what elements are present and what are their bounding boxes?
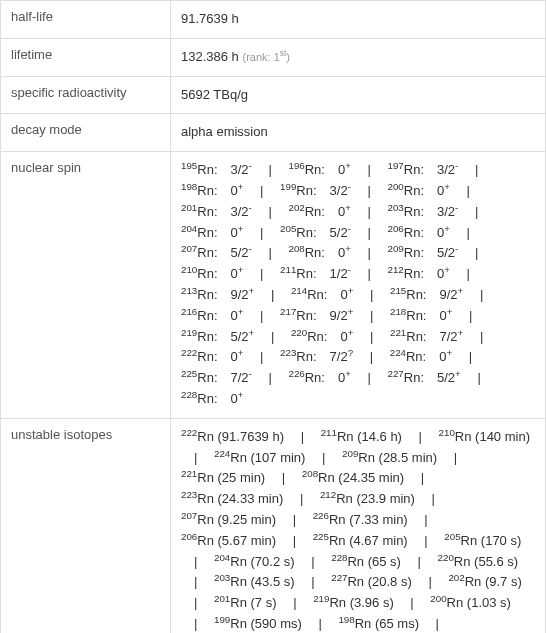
row-specific-radioactivity: specific radioactivity 5692 TBq/g [1,76,546,114]
row-half-life: half-life 91.7639 h [1,1,546,39]
unstable-isotope-entry: 205Rn (170 s) [444,533,521,548]
unstable-isotope-entry: 204Rn (70.2 s) [214,554,295,569]
unstable-isotope-entry: 207Rn (9.25 min) [181,512,276,527]
unstable-isotope-entry: 202Rn (9.7 s) [448,574,521,589]
value-unstable-isotopes: 222Rn (91.7639 h) | 211Rn (14.6 h) | 210… [171,418,546,633]
unstable-isotope-entry: 199Rn (590 ms) [214,616,302,631]
nuclear-spin-entry: 222Rn: 0+ [181,349,243,364]
unstable-isotope-entry: 219Rn (3.96 s) [313,595,394,610]
nuclear-spin-entry: 199Rn: 3/2- [280,183,351,198]
nuclear-spin-entry: 216Rn: 0+ [181,308,243,323]
nuclear-spin-entry: 206Rn: 0+ [388,225,450,240]
nuclear-spin-entry: 223Rn: 7/2? [280,349,353,364]
nuclear-spin-entry: 211Rn: 1/2- [280,266,351,281]
nuclear-spin-entry: 219Rn: 5/2+ [181,329,254,344]
nuclear-spin-entry: 218Rn: 0+ [390,308,452,323]
nuclear-spin-entry: 201Rn: 3/2- [181,204,252,219]
nuclear-spin-entry: 215Rn: 9/2+ [390,287,463,302]
properties-table: half-life 91.7639 h lifetime 132.386 h (… [0,0,546,633]
nuclear-spin-entry: 213Rn: 9/2+ [181,287,254,302]
label-half-life: half-life [1,1,171,39]
nuclear-spin-entry: 217Rn: 9/2+ [280,308,353,323]
nuclear-spin-entry: 196Rn: 0+ [288,162,350,177]
unstable-isotope-entry: 222Rn (91.7639 h) [181,429,284,444]
nuclear-spin-entry: 207Rn: 5/2- [181,245,252,260]
nuclear-spin-entry: 209Rn: 5/2- [388,245,459,260]
unstable-isotope-entry: 198Rn (65 ms) [338,616,419,631]
nuclear-spin-entry: 208Rn: 0+ [288,245,350,260]
unstable-isotope-entry: 227Rn (20.8 s) [331,574,412,589]
label-nuclear-spin: nuclear spin [1,152,171,419]
nuclear-spin-entry: 224Rn: 0+ [390,349,452,364]
unstable-isotope-entry: 209Rn (28.5 min) [342,450,437,465]
label-specific-radioactivity: specific radioactivity [1,76,171,114]
nuclear-spin-entry: 227Rn: 5/2+ [388,370,461,385]
label-lifetime: lifetime [1,38,171,76]
row-unstable-isotopes: unstable isotopes 222Rn (91.7639 h) | 21… [1,418,546,633]
nuclear-spin-entry: 198Rn: 0+ [181,183,243,198]
nuclear-spin-entry: 204Rn: 0+ [181,225,243,240]
row-decay-mode: decay mode alpha emission [1,114,546,152]
unstable-isotope-entry: 220Rn (55.6 s) [438,554,519,569]
nuclear-spin-entry: 228Rn: 0+ [181,391,243,406]
unstable-isotope-entry: 225Rn (4.67 min) [313,533,408,548]
nuclear-spin-entry: 225Rn: 7/2- [181,370,252,385]
unstable-isotope-entry: 200Rn (1.03 s) [430,595,511,610]
unstable-isotope-entry: 212Rn (23.9 min) [320,491,415,506]
unstable-isotope-entry: 210Rn (140 min) [439,429,530,444]
unstable-isotope-entry: 208Rn (24.35 min) [302,470,404,485]
nuclear-spin-entry: 200Rn: 0+ [388,183,450,198]
value-decay-mode: alpha emission [171,114,546,152]
nuclear-spin-entry: 214Rn: 0+ [291,287,353,302]
unstable-isotope-entry: 223Rn (24.33 min) [181,491,283,506]
unstable-isotope-entry: 206Rn (5.67 min) [181,533,276,548]
unstable-isotope-entry: 201Rn (7 s) [214,595,277,610]
nuclear-spin-entry: 203Rn: 3/2- [388,204,459,219]
nuclear-spin-entry: 205Rn: 5/2- [280,225,351,240]
row-lifetime: lifetime 132.386 h (rank: 1st) [1,38,546,76]
value-lifetime: 132.386 h (rank: 1st) [171,38,546,76]
value-specific-radioactivity: 5692 TBq/g [171,76,546,114]
nuclear-spin-entry: 197Rn: 3/2- [388,162,459,177]
value-half-life: 91.7639 h [171,1,546,39]
unstable-isotope-entry: 224Rn (107 min) [214,450,305,465]
nuclear-spin-entry: 220Rn: 0+ [291,329,353,344]
lifetime-value: 132.386 h [181,49,239,64]
unstable-isotope-entry: 228Rn (65 s) [331,554,401,569]
unstable-isotope-entry: 221Rn (25 min) [181,470,265,485]
unstable-isotope-entry: 203Rn (43.5 s) [214,574,295,589]
value-nuclear-spin: 195Rn: 3/2- | 196Rn: 0+ | 197Rn: 3/2- | … [171,152,546,419]
nuclear-spin-entry: 202Rn: 0+ [288,204,350,219]
nuclear-spin-entry: 221Rn: 7/2+ [390,329,463,344]
nuclear-spin-entry: 226Rn: 0+ [288,370,350,385]
label-decay-mode: decay mode [1,114,171,152]
row-nuclear-spin: nuclear spin 195Rn: 3/2- | 196Rn: 0+ | 1… [1,152,546,419]
label-unstable-isotopes: unstable isotopes [1,418,171,633]
unstable-isotope-entry: 211Rn (14.6 h) [321,429,402,444]
nuclear-spin-entry: 195Rn: 3/2- [181,162,252,177]
nuclear-spin-entry: 212Rn: 0+ [388,266,450,281]
lifetime-rank: (rank: 1st) [242,51,289,63]
unstable-isotope-entry: 226Rn (7.33 min) [313,512,408,527]
nuclear-spin-entry: 210Rn: 0+ [181,266,243,281]
